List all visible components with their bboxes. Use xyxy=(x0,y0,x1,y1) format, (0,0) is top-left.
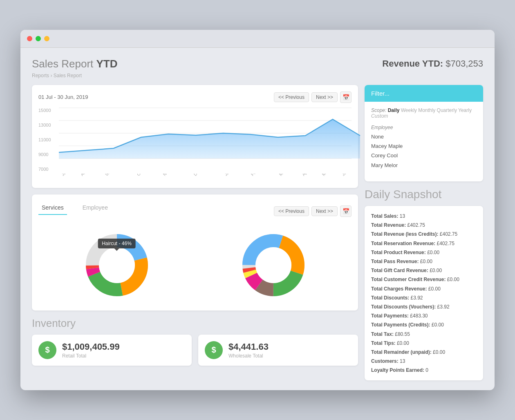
chart-x-labels: July August September October November D… xyxy=(59,174,352,190)
wholesale-label: Wholesale Total xyxy=(228,353,269,359)
x-label-aug: August xyxy=(80,174,100,185)
page-title: Sales Report YTD xyxy=(32,58,118,70)
x-label-nov: November xyxy=(162,174,187,185)
snapshot-row: Total Revenue: £402.75 xyxy=(371,221,477,230)
left-column: 01 Jul - 30 Jun, 2019 << Previous Next >… xyxy=(32,85,358,381)
maximize-dot[interactable] xyxy=(44,36,49,41)
snapshot-card: Total Sales: 13Total Revenue: £402.75Tot… xyxy=(365,206,483,380)
svg-point-12 xyxy=(99,247,135,283)
breadcrumb-separator: › xyxy=(50,73,53,78)
tab-services[interactable]: Services xyxy=(38,201,67,215)
breadcrumb: Reports › Sales Report xyxy=(32,73,483,78)
scope-custom: Custom xyxy=(371,113,477,119)
filter-header: Filter... xyxy=(365,85,483,102)
wholesale-amount: $4,441.63 xyxy=(228,342,269,352)
snapshot-row: Total Reservation Revenue: £402.75 xyxy=(371,239,477,248)
donut-card-header: Services Employee << Previous Next >> 📅 xyxy=(38,201,352,221)
employee-mary[interactable]: Mary Melor xyxy=(371,161,477,170)
snapshot-row: Total Discounts (Vouchers): £3.92 xyxy=(371,302,477,311)
donut-employee xyxy=(239,230,308,300)
donut-tabs: Services Employee xyxy=(38,201,111,215)
donut-charts-area: Haircut - 46% xyxy=(38,226,352,304)
snapshot-title: Daily Snapshot xyxy=(365,188,483,201)
donut-prev-button[interactable]: << Previous xyxy=(274,206,309,216)
chart-nav: << Previous Next >> 📅 xyxy=(274,92,352,103)
page-header: Sales Report YTD Revenue YTD: $703,253 xyxy=(32,58,483,70)
snapshot-row: Total Customer Credit Revenue: £0.00 xyxy=(371,275,477,284)
revenue-ytd: Revenue YTD: $703,253 xyxy=(382,58,483,69)
revenue-label: Revenue YTD: xyxy=(382,58,443,69)
chart-y-axis: 15000 13000 11000 9000 7000 xyxy=(38,108,51,181)
right-column: Filter... Scope: Daily Weekly Monthly Qu… xyxy=(365,85,483,381)
x-label-jan: January xyxy=(224,174,245,185)
scope-options: Weekly Monthly Quarterly Yearly xyxy=(401,107,472,113)
donut-chart-card: Services Employee << Previous Next >> 📅 … xyxy=(32,194,358,311)
inventory-section: Inventory $ $1,009,405.99 Retail Total $ xyxy=(32,317,358,366)
title-bold: YTD xyxy=(96,58,118,70)
inventory-cards: $ $1,009,405.99 Retail Total $ $4,441.63… xyxy=(32,335,358,366)
snapshot-row: Customers: 13 xyxy=(371,357,477,366)
employee-corey[interactable]: Corey Cool xyxy=(371,151,477,160)
tab-employee[interactable]: Employee xyxy=(79,201,111,215)
snapshot-row: Total Tips: £0.00 xyxy=(371,339,477,348)
donut-next-button[interactable]: Next >> xyxy=(311,206,338,216)
scope-filter: Scope: Daily Weekly Monthly Quarterly Ye… xyxy=(371,107,477,119)
donut-svg-employee xyxy=(239,230,308,300)
chart-calendar-button[interactable]: 📅 xyxy=(340,92,352,103)
snapshot-row: Total Product Revenue: £0.00 xyxy=(371,248,477,257)
x-label-oct: October xyxy=(136,174,158,185)
donut-calendar-button[interactable]: 📅 xyxy=(340,206,352,217)
minimize-dot[interactable] xyxy=(36,36,41,41)
x-label-sep: September xyxy=(104,174,130,185)
y-label-1: 13000 xyxy=(38,123,51,127)
chart-date-range: 01 Jul - 30 Jun, 2019 xyxy=(38,94,88,100)
employee-label: Employee xyxy=(371,125,477,130)
filter-card: Filter... Scope: Daily Weekly Monthly Qu… xyxy=(365,85,483,182)
donut-svg-services xyxy=(82,230,152,300)
retail-icon: $ xyxy=(38,341,56,359)
inventory-title: Inventory xyxy=(32,317,358,330)
svg-point-21 xyxy=(255,247,291,283)
employee-macey[interactable]: Macey Maple xyxy=(371,141,477,151)
revenue-value: $703,253 xyxy=(446,58,483,69)
snapshot-row: Total Gift Card Revenue: £0.00 xyxy=(371,266,477,275)
chart-prev-button[interactable]: << Previous xyxy=(274,92,309,102)
line-chart-card: 01 Jul - 30 Jun, 2019 << Previous Next >… xyxy=(32,85,358,188)
scope-label-text: Scope: xyxy=(371,107,388,113)
snapshot-row: Total Revenue (less Credits): £402.75 xyxy=(371,230,477,239)
x-label-apr: April xyxy=(301,174,318,185)
snapshot-row: Total Remainder (unpaid): £0.00 xyxy=(371,348,477,357)
chart-next-button[interactable]: Next >> xyxy=(311,92,338,102)
snapshot-row: Total Discounts: £3.92 xyxy=(371,293,477,302)
x-label-jul: July xyxy=(60,174,77,185)
x-label-mar: March xyxy=(278,174,298,185)
title-plain: Sales Report xyxy=(32,58,96,70)
filter-body: Scope: Daily Weekly Monthly Quarterly Ye… xyxy=(365,102,483,182)
snapshot-row: Total Sales: 13 xyxy=(371,212,477,221)
chart-card-header: 01 Jul - 30 Jun, 2019 << Previous Next >… xyxy=(38,92,352,103)
titlebar xyxy=(20,30,495,48)
snapshot-row: Loyalty Points Earned: 0 xyxy=(371,366,477,375)
wholesale-info: $4,441.63 Wholesale Total xyxy=(228,342,269,359)
svg-marker-5 xyxy=(59,119,360,159)
retail-amount: $1,009,405.99 xyxy=(62,342,120,352)
x-label-feb: February xyxy=(250,174,273,185)
retail-info: $1,009,405.99 Retail Total xyxy=(62,342,120,359)
wholesale-icon: $ xyxy=(205,341,223,359)
snapshot-row: Total Pass Revenue: £0.00 xyxy=(371,257,477,266)
y-label-3: 9000 xyxy=(38,152,51,157)
app-window: Sales Report YTD Revenue YTD: $703,253 R… xyxy=(20,30,495,391)
line-chart-svg xyxy=(59,108,352,171)
retail-label: Retail Total xyxy=(62,353,120,359)
y-label-0: 15000 xyxy=(38,108,51,113)
main-content: Sales Report YTD Revenue YTD: $703,253 R… xyxy=(20,48,495,391)
snapshot-section: Daily Snapshot Total Sales: 13Total Reve… xyxy=(365,188,483,380)
close-dot[interactable] xyxy=(27,36,32,41)
breadcrumb-parent[interactable]: Reports xyxy=(32,73,49,78)
employee-none[interactable]: None xyxy=(371,132,477,141)
snapshot-row: Total Charges Revenue: £0.00 xyxy=(371,284,477,293)
snapshot-row: Total Tax: £80.55 xyxy=(371,330,477,339)
scope-active: Daily xyxy=(388,107,400,113)
line-chart-container: 15000 13000 11000 9000 7000 xyxy=(38,108,352,181)
snapshot-row: Total Payments: £483.30 xyxy=(371,311,477,320)
